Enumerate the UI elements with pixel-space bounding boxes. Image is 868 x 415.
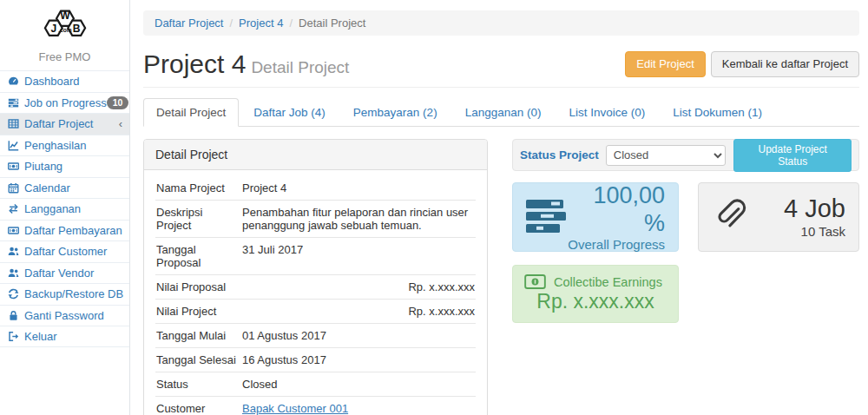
detail-value: Closed <box>241 372 476 397</box>
main-content: Daftar ProjectProject 4Detail Project Pr… <box>130 0 868 415</box>
detail-row-tanggal-selesai: Tanggal Selesai16 Agustus 2017 <box>155 348 476 372</box>
detail-label: Tanggal Mulai <box>155 324 241 348</box>
sidebar-item-label: Daftar Project <box>24 117 93 130</box>
header-buttons: Edit Project Kembali ke daftar Project <box>625 51 859 78</box>
detail-value: 01 Agustus 2017 <box>241 324 476 348</box>
sidebar-item-label: Ganti Password <box>24 309 104 322</box>
detail-label: Deskripsi Project <box>155 201 241 238</box>
tab-pembayaran-2[interactable]: Pembayaran (2) <box>340 98 450 127</box>
content-row: Detail Project Nama ProjectProject 4Desk… <box>143 139 859 415</box>
sidebar: W J B .com Free PMO DashboardJob on Prog… <box>0 0 130 415</box>
sidebar-item-langganan[interactable]: Langganan <box>0 198 129 220</box>
tab-daftar-job-4[interactable]: Daftar Job (4) <box>240 98 339 127</box>
sidebar-item-backup-restore-db[interactable]: Backup/Restore DB <box>0 283 129 305</box>
table-icon <box>7 117 20 130</box>
cards-row: 100,00 % Overall Progress 4 Job 10 T <box>512 182 859 252</box>
tab-bar: Detail ProjectDaftar Job (4)Pembayaran (… <box>143 98 859 127</box>
sidebar-item-label: Calendar <box>24 181 70 194</box>
money-icon <box>524 274 546 289</box>
money-icon <box>7 160 20 173</box>
tab-label[interactable]: Langganan (0) <box>452 98 555 127</box>
detail-value: 31 Juli 2017 <box>241 238 476 275</box>
money-icon <box>7 224 20 237</box>
sidebar-menu: DashboardJob on Progress10Daftar Project… <box>0 70 129 347</box>
sidebar-item-calendar[interactable]: Calendar <box>0 177 129 199</box>
logo-letter-j: J <box>50 23 56 35</box>
detail-label: Nama Project <box>155 176 241 201</box>
sidebar-item-dashboard[interactable]: Dashboard <box>0 70 129 92</box>
status-select[interactable]: Closed <box>606 145 727 166</box>
tab-label[interactable]: Pembayaran (2) <box>340 98 450 127</box>
chevron-left-icon: ‹ <box>119 117 122 130</box>
sidebar-item-label: Penghasilan <box>24 139 87 152</box>
tab-list-dokumen-1[interactable]: List Dokumen (1) <box>660 98 775 127</box>
earnings-header: Collectibe Earnings <box>524 274 667 289</box>
logo-letter-w: W <box>60 10 70 22</box>
update-status-button[interactable]: Update Project Status <box>733 139 852 172</box>
breadcrumb-item-daftar-project: Daftar Project <box>155 16 223 30</box>
page: W J B .com Free PMO DashboardJob on Prog… <box>0 0 868 415</box>
progress-label: Overall Progress <box>566 237 665 252</box>
back-to-list-button[interactable]: Kembali ke daftar Project <box>711 51 859 78</box>
sidebar-item-label: Backup/Restore DB <box>24 287 123 300</box>
chart-line-icon <box>7 139 20 152</box>
detail-label: Tanggal Selesai <box>155 348 241 372</box>
tab-label[interactable]: Daftar Job (4) <box>240 98 339 127</box>
tab-langganan-0[interactable]: Langganan (0) <box>452 98 555 127</box>
breadcrumb-current: Detail Project <box>299 16 365 30</box>
earnings-value: Rp. x.xxx.xxx <box>524 290 667 313</box>
progress-value: 100,00 % <box>566 182 665 236</box>
sidebar-item-label: Piutang <box>24 160 62 173</box>
paperclip-icon <box>712 196 750 239</box>
status-project-label: Status Project <box>520 148 599 161</box>
tab-list-invoice-0[interactable]: List Invoice (0) <box>556 98 658 127</box>
tab-detail-project[interactable]: Detail Project <box>143 98 239 127</box>
jobs-value: 4 Job <box>784 195 845 223</box>
detail-project-panel: Detail Project Nama ProjectProject 4Desk… <box>143 139 488 415</box>
overall-progress-card: 100,00 % Overall Progress <box>512 182 679 252</box>
sidebar-item-piutang[interactable]: Piutang <box>0 155 129 177</box>
sidebar-item-daftar-project[interactable]: Daftar Project‹ <box>0 113 129 135</box>
sidebar-item-label: Job on Progress <box>24 96 107 109</box>
detail-value: Bapak Customer 001 <box>241 397 476 415</box>
sidebar-item-label: Keluar <box>24 330 57 343</box>
sidebar-item-ganti-password[interactable]: Ganti Password <box>0 305 129 326</box>
edit-project-button[interactable]: Edit Project <box>625 51 705 78</box>
right-column: Status Project Closed Update Project Sta… <box>512 139 859 415</box>
detail-row-customer: CustomerBapak Customer 001 <box>155 397 476 415</box>
detail-row-nilai-proposal: Nilai ProposalRp. x.xxx.xxx <box>155 275 476 300</box>
sidebar-item-daftar-vendor[interactable]: Daftar Vendor <box>0 262 129 284</box>
breadcrumb-link[interactable]: Project 4 <box>239 16 283 30</box>
sign-out-icon <box>7 330 20 343</box>
sidebar-item-penghasilan[interactable]: Penghasilan <box>0 135 129 156</box>
breadcrumb-link[interactable]: Daftar Project <box>155 16 223 30</box>
jobs-text: 4 Job 10 Task <box>784 195 845 240</box>
sidebar-item-keluar[interactable]: Keluar <box>0 326 129 347</box>
detail-row-tanggal-mulai: Tanggal Mulai01 Agustus 2017 <box>155 324 476 348</box>
detail-row-status: StatusClosed <box>155 372 476 397</box>
lock-icon <box>7 309 20 322</box>
detail-label: Tanggal Proposal <box>155 238 241 275</box>
page-title-text: Project 4 <box>143 49 246 78</box>
detail-label: Nilai Proposal <box>155 275 241 300</box>
tab-label[interactable]: List Dokumen (1) <box>660 98 775 127</box>
detail-value: 16 Agustus 2017 <box>241 348 476 372</box>
refresh-icon <box>7 287 20 300</box>
sidebar-item-daftar-customer[interactable]: Daftar Customer <box>0 240 129 262</box>
sidebar-item-label: Daftar Vendor <box>24 267 94 280</box>
sidebar-item-label: Daftar Pembayaran <box>24 224 122 237</box>
sidebar-item-daftar-pembayaran[interactable]: Daftar Pembayaran <box>0 220 129 241</box>
detail-value: Project 4 <box>241 176 476 201</box>
panel-title: Detail Project <box>144 140 487 170</box>
jobs-card: 4 Job 10 Task <box>698 182 859 252</box>
users-icon <box>7 245 20 258</box>
sidebar-item-label: Langganan <box>24 202 81 215</box>
sidebar-item-job-on-progress[interactable]: Job on Progress10 <box>0 92 129 114</box>
detail-row-deskripsi-project: Deskripsi ProjectPenambahan fitur pelapo… <box>155 201 476 238</box>
customer-link[interactable]: Bapak Customer 001 <box>242 402 348 415</box>
detail-label: Customer <box>155 397 241 415</box>
jwb-logo[interactable]: W J B .com <box>0 0 129 47</box>
tab-label[interactable]: List Invoice (0) <box>556 98 658 127</box>
users-icon <box>7 267 20 280</box>
exchange-icon <box>7 202 20 215</box>
